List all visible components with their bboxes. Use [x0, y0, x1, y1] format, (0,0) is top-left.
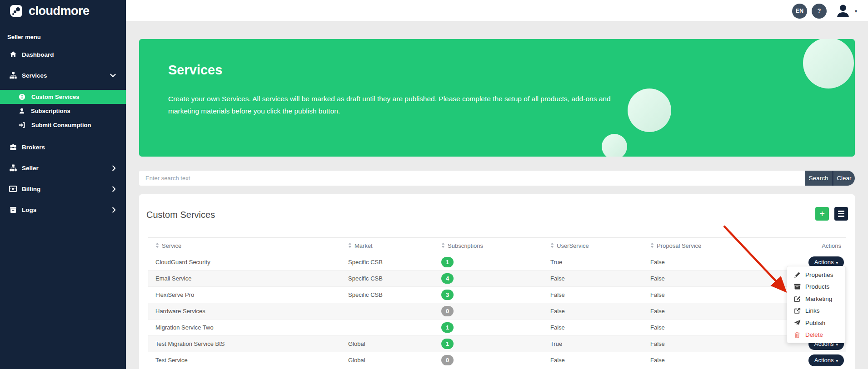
sidebar-item-logs[interactable]: Logs	[0, 199, 126, 220]
banner-description: Create your own Services. All services w…	[168, 93, 641, 117]
chevron-down-icon: ▾	[836, 359, 838, 363]
table-row: Test Service Global 0 False False Action…	[148, 352, 846, 369]
add-service-button[interactable]: +	[815, 207, 829, 221]
column-header-subscriptions[interactable]: Subscriptions	[434, 238, 543, 254]
subscriptions-badge: 4	[441, 273, 454, 284]
proposal-cell: False	[643, 254, 759, 271]
trash-icon	[793, 331, 801, 338]
sidebar-item-label: Submit Consumption	[31, 122, 91, 128]
sidebar-item-brokers[interactable]: Brokers	[0, 137, 126, 157]
sidebar-item-seller[interactable]: Seller	[0, 157, 126, 178]
market-cell	[341, 303, 434, 320]
products-icon	[793, 283, 801, 290]
search-input[interactable]	[139, 171, 805, 186]
sidebar-nav: Dashboard Services	[0, 44, 126, 220]
services-banner: Services Create your own Services. All s…	[139, 39, 855, 157]
info-icon	[19, 93, 25, 100]
sort-icon	[650, 242, 654, 250]
sidebar-item-billing[interactable]: Billing	[0, 178, 126, 199]
userservice-cell: False	[543, 320, 643, 336]
panel-title: Custom Services	[146, 207, 215, 220]
table-row: Test Migration Service BtS Global 1 True…	[148, 336, 846, 352]
subscriptions-badge: 1	[441, 339, 454, 349]
sidebar-item-label: Dashboard	[22, 51, 54, 58]
service-cell: Migration Service Two	[148, 320, 341, 336]
sitemap-icon	[9, 72, 17, 79]
service-cell: Hardware Services	[148, 303, 341, 320]
archive-icon	[9, 207, 17, 213]
userservice-cell: False	[543, 287, 643, 303]
userservice-cell: False	[543, 271, 643, 287]
menu-item-products[interactable]: Products	[787, 281, 845, 293]
chevron-down-icon	[110, 74, 116, 78]
sidebar-item-label: Seller	[22, 165, 39, 172]
menu-item-delete[interactable]: Delete	[787, 329, 845, 341]
topbar: EN ? ▾	[126, 0, 868, 22]
briefcase-icon	[9, 144, 17, 151]
sidebar-item-label: Billing	[22, 186, 40, 192]
sort-icon	[155, 242, 159, 250]
service-cell: Test Service	[148, 352, 341, 369]
table-row: Migration Service Two 1 False False Acti…	[148, 320, 846, 336]
sign-in-icon	[19, 122, 25, 128]
sort-icon	[550, 242, 554, 250]
sidebar-item-custom-services[interactable]: Custom Services	[0, 90, 126, 104]
sidebar-item-label: Subscriptions	[31, 108, 70, 114]
market-cell: Global	[341, 336, 434, 352]
list-view-button[interactable]	[834, 207, 848, 221]
chevron-right-icon	[112, 165, 116, 171]
market-cell: Specific CSB	[341, 254, 434, 271]
paper-plane-icon	[793, 320, 801, 326]
table-row: FlexiServe Pro Specific CSB 3 False Fals…	[148, 287, 846, 303]
sidebar-item-label: Brokers	[22, 144, 45, 151]
sidebar-item-label: Custom Services	[31, 93, 80, 100]
custom-services-panel: Custom Services + Service Market Subscri…	[139, 194, 855, 369]
sort-icon	[348, 242, 352, 250]
menu-item-publish[interactable]: Publish	[787, 317, 845, 329]
custom-services-table: Service Market Subscriptions UserService…	[148, 237, 846, 369]
column-header-service[interactable]: Service	[148, 238, 341, 254]
services-submenu: Custom Services Subscriptions Submit Con…	[0, 90, 126, 132]
actions-button[interactable]: Actions▾	[808, 354, 844, 366]
language-button[interactable]: EN	[792, 4, 807, 19]
user-menu[interactable]: ▾	[835, 3, 857, 19]
clear-button[interactable]: Clear	[832, 171, 855, 186]
chevron-down-icon: ▾	[855, 9, 857, 14]
proposal-cell: False	[643, 352, 759, 369]
sidebar-item-label: Services	[22, 72, 47, 79]
actions-dropdown-menu: Properties Products Marketing Links Publ…	[787, 266, 846, 343]
brand-name: cloudmore	[29, 5, 90, 17]
subscriptions-badge: 0	[441, 355, 454, 365]
userservice-cell: False	[543, 352, 643, 369]
menu-item-properties[interactable]: Properties	[787, 269, 845, 281]
column-header-proposal-service[interactable]: Proposal Service	[643, 238, 759, 254]
proposal-cell: False	[643, 336, 759, 352]
proposal-cell: False	[643, 303, 759, 320]
sidebar-item-submit-consumption[interactable]: Submit Consumption	[0, 118, 126, 132]
marketing-icon	[793, 295, 801, 302]
sidebar-item-dashboard[interactable]: Dashboard	[0, 44, 126, 65]
sidebar: cloudmore Seller menu Dashboard	[0, 0, 126, 369]
page-title: Services	[168, 63, 222, 78]
sidebar-item-services[interactable]: Services	[0, 65, 126, 86]
cloudmore-logo[interactable]: cloudmore	[0, 0, 126, 22]
subscriptions-badge: 0	[441, 306, 454, 316]
chevron-right-icon	[112, 186, 116, 192]
help-button[interactable]: ?	[812, 4, 827, 19]
service-cell: Test Migration Service BtS	[148, 336, 341, 352]
sitemap-icon	[9, 164, 17, 172]
user-icon	[19, 108, 25, 114]
search-button[interactable]: Search	[805, 171, 832, 186]
column-header-userservice[interactable]: UserService	[543, 238, 643, 254]
menu-item-links[interactable]: Links	[787, 305, 845, 317]
sort-icon	[441, 242, 445, 250]
proposal-cell: False	[643, 320, 759, 336]
sidebar-item-subscriptions[interactable]: Subscriptions	[0, 104, 126, 118]
pencil-icon	[793, 271, 801, 278]
menu-item-marketing[interactable]: Marketing	[787, 293, 845, 305]
column-header-market[interactable]: Market	[341, 238, 434, 254]
table-row: Email Service Specific CSB 4 False False…	[148, 271, 846, 287]
userservice-cell: True	[543, 336, 643, 352]
table-row: CloudGuard Security Specific CSB 1 True …	[148, 254, 846, 271]
table-row: Hardware Services 0 False False Actions▾	[148, 303, 846, 320]
